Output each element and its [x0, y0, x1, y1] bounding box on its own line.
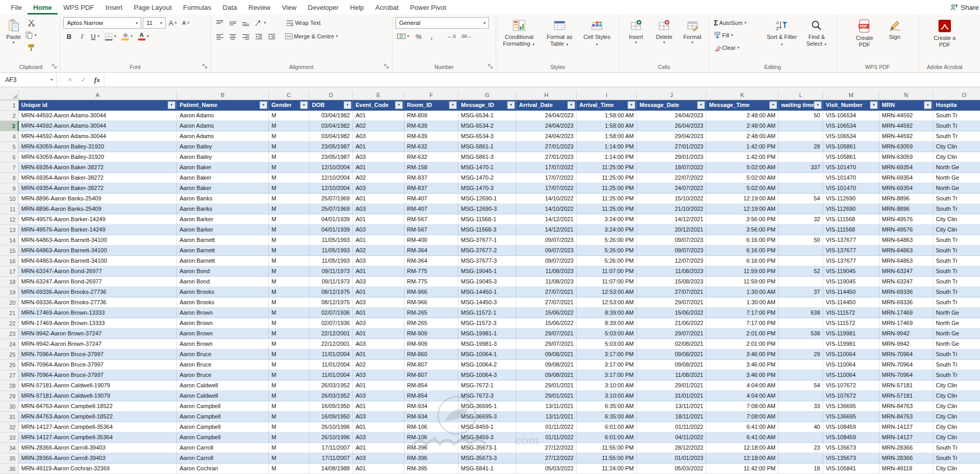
cell-H18[interactable]: 11/08/2023 [516, 277, 577, 287]
cell-E27[interactable]: A03 [353, 370, 404, 381]
row-header-2[interactable]: 2 [0, 111, 19, 121]
cell-H11[interactable]: 14/10/2022 [516, 204, 577, 214]
cell-C33[interactable]: M [269, 432, 309, 443]
cell-O21[interactable]: North Ge [933, 308, 980, 318]
cell-L14[interactable]: 50 [779, 235, 823, 246]
cell-K6[interactable]: 1:42:00 PM [706, 152, 779, 162]
cell-F12[interactable]: RM-567 [404, 214, 458, 225]
cell-O17[interactable]: South Tr [933, 266, 980, 277]
cell-I23[interactable]: 5:03:00 AM [577, 329, 637, 339]
cell-M19[interactable]: VIS-114450 [823, 287, 879, 297]
cell-L5[interactable]: 28 [779, 142, 823, 152]
cell-E18[interactable]: A03 [353, 277, 404, 287]
cell-O10[interactable]: South Tr [933, 194, 980, 204]
cell-C18[interactable]: M [269, 277, 309, 287]
cell-K3[interactable]: 2:48:00 AM [706, 121, 779, 131]
cell-C9[interactable]: M [269, 183, 309, 194]
cell-D27[interactable]: 11/01/2004 [309, 370, 353, 381]
header-cell-K1[interactable]: Message_Time▼ [706, 100, 779, 111]
cell-D7[interactable]: 12/10/2004 [309, 162, 353, 173]
row-header-25[interactable]: 25 [0, 349, 19, 360]
cell-G11[interactable]: MSG-12690-3 [458, 204, 516, 214]
cell-F16[interactable]: RM-364 [404, 256, 458, 266]
cell-G32[interactable]: MSG-8459-1 [458, 422, 516, 432]
cell-I30[interactable]: 6:35:00 AM [577, 401, 637, 412]
cell-D32[interactable]: 26/10/1996 [309, 422, 353, 432]
cell-C34[interactable]: M [269, 443, 309, 453]
cell-E15[interactable]: A02 [353, 246, 404, 256]
cell-H2[interactable]: 24/04/2023 [516, 111, 577, 121]
cell-C5[interactable]: M [269, 142, 309, 152]
align-right-button[interactable] [240, 31, 251, 42]
cell-B13[interactable]: Aaron Barker [177, 225, 269, 235]
cell-I17[interactable]: 11:07:00 PM [577, 266, 637, 277]
cell-L20[interactable] [779, 297, 823, 308]
cell-K14[interactable]: 6:16:00 PM [706, 235, 779, 246]
cell-C29[interactable]: M [269, 391, 309, 401]
cell-G31[interactable]: MSG-36695-3 [458, 412, 516, 422]
cell-L28[interactable]: 54 [779, 381, 823, 391]
cell-O16[interactable]: South Tr [933, 256, 980, 266]
cell-K24[interactable]: 2:01:00 PM [706, 339, 779, 349]
share-button[interactable]: Share [950, 0, 980, 15]
cell-B3[interactable]: Aaron Adams [177, 121, 269, 131]
cell-H6[interactable]: 27/01/2023 [516, 152, 577, 162]
cell-D26[interactable]: 11/01/2004 [309, 360, 353, 370]
alignment-dialog-launcher[interactable] [384, 64, 390, 70]
cell-G3[interactable]: MSG-6534-2 [458, 121, 516, 131]
cell-C19[interactable]: M [269, 287, 309, 297]
cell-I15[interactable]: 5:26:00 PM [577, 246, 637, 256]
cell-B7[interactable]: Aaron Baker [177, 162, 269, 173]
cell-E12[interactable]: A01 [353, 214, 404, 225]
cell-F13[interactable]: RM-567 [404, 225, 458, 235]
column-header-E[interactable]: E [353, 91, 404, 100]
tab-wps-pdf[interactable]: WPS PDF [58, 0, 100, 15]
cell-M29[interactable]: VIS-107672 [823, 391, 879, 401]
cell-B10[interactable]: Aaron Banks [177, 194, 269, 204]
cell-D25[interactable]: 11/01/2004 [309, 349, 353, 360]
cell-D10[interactable]: 25/07/1969 [309, 194, 353, 204]
cell-G18[interactable]: MSG-19045-3 [458, 277, 516, 287]
cell-J27[interactable]: 11/08/2021 [637, 370, 706, 381]
cell-M20[interactable]: VIS-114450 [823, 297, 879, 308]
cell-I29[interactable]: 3:10:00 AM [577, 391, 637, 401]
cell-C6[interactable]: M [269, 152, 309, 162]
tab-data[interactable]: Data [217, 0, 242, 15]
cell-A14[interactable]: MRN-64863-Aaron Barnett-34100 [19, 235, 177, 246]
cell-L11[interactable] [779, 204, 823, 214]
cell-M23[interactable]: VIS-119981 [823, 329, 879, 339]
number-dialog-launcher[interactable] [488, 64, 494, 70]
cell-J29[interactable]: 31/01/2021 [637, 391, 706, 401]
cell-B19[interactable]: Aaron Brooks [177, 287, 269, 297]
font-dialog-launcher[interactable] [202, 64, 209, 70]
cell-A30[interactable]: MRN-84763-Aaron Campbell-18522 [19, 401, 177, 412]
cell-G28[interactable]: MSG-7672-1 [458, 381, 516, 391]
header-cell-D1[interactable]: DOB▼ [309, 100, 353, 111]
row-header-19[interactable]: 19 [0, 287, 19, 297]
cell-D33[interactable]: 26/10/1996 [309, 432, 353, 443]
cell-E10[interactable]: A01 [353, 194, 404, 204]
cell-B33[interactable]: Aaron Campbell [177, 432, 269, 443]
cell-F31[interactable]: RM-934 [404, 412, 458, 422]
cell-A7[interactable]: MRN-69354-Aaron Baker-38272 [19, 162, 177, 173]
cell-M8[interactable]: VIS-101470 [823, 173, 879, 183]
cell-D24[interactable]: 22/12/2001 [309, 339, 353, 349]
cell-L34[interactable]: 23 [779, 443, 823, 453]
column-header-B[interactable]: B [177, 91, 269, 100]
cell-K21[interactable]: 7:17:00 PM [706, 308, 779, 318]
cell-N9[interactable]: MRN-69354 [879, 183, 933, 194]
cell-F24[interactable]: RM-909 [404, 339, 458, 349]
cell-E11[interactable]: A03 [353, 204, 404, 214]
row-header-33[interactable]: 33 [0, 432, 19, 443]
cell-G4[interactable]: MSG-6534-3 [458, 131, 516, 142]
cell-G29[interactable]: MSG-7672-3 [458, 391, 516, 401]
cell-A8[interactable]: MRN-69354-Aaron Baker-38272 [19, 173, 177, 183]
insert-function-button[interactable]: fx [90, 73, 104, 87]
cell-G36[interactable]: MSG-5841-1 [458, 464, 516, 474]
tab-power-pivot[interactable]: Power Pivot [404, 0, 452, 15]
cell-H9[interactable]: 17/07/2022 [516, 183, 577, 194]
cell-L15[interactable] [779, 246, 823, 256]
cell-N23[interactable]: MRN-9942 [879, 329, 933, 339]
cell-K34[interactable]: 12:18:00 AM [706, 443, 779, 453]
column-header-I[interactable]: I [577, 91, 637, 100]
